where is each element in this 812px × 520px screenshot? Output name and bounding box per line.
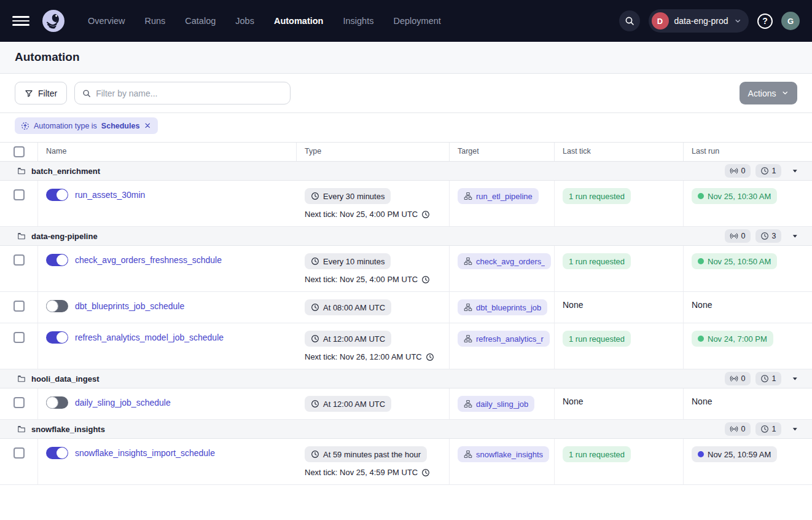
workspace-name: data-eng-prod — [674, 16, 728, 26]
active-filters-row: Automation type is Schedules — [0, 113, 812, 143]
schedule-name-link[interactable]: run_assets_30min — [75, 189, 145, 201]
next-tick-text: Next tick: Nov 25, 4:00 PM UTC — [305, 275, 441, 284]
row-checkbox[interactable] — [14, 447, 25, 459]
nav-item-overview[interactable]: Overview — [80, 0, 133, 42]
group-row[interactable]: snowflake_insights 0 1 — [0, 420, 812, 439]
sensor-icon — [730, 167, 738, 175]
row-checkbox[interactable] — [14, 301, 25, 312]
nav-item-jobs[interactable]: Jobs — [227, 0, 262, 42]
nav-item-automation[interactable]: Automation — [266, 0, 332, 42]
schedule-cadence-pill: At 12:00 AM UTC — [305, 396, 391, 412]
group-name: snowflake_insights — [31, 425, 105, 434]
schedule-name-link[interactable]: check_avg_orders_freshness_schdule — [75, 254, 222, 266]
row-checkbox[interactable] — [14, 332, 25, 343]
target-job-pill[interactable]: check_avg_orders_ — [458, 253, 551, 269]
column-header-last-run: Last run — [684, 143, 812, 161]
last-run-pill[interactable]: Nov 25, 10:30 AM — [692, 188, 777, 204]
last-run-pill[interactable]: Nov 25, 10:50 AM — [692, 253, 777, 269]
table-row: snowflake_insights_import_schedule At 59… — [0, 439, 812, 485]
row-checkbox[interactable] — [14, 397, 25, 408]
schedule-count-badge: 1 — [755, 164, 781, 178]
clock-icon — [421, 468, 430, 477]
actions-button[interactable]: Actions — [740, 82, 797, 104]
collapse-group-button[interactable] — [791, 425, 799, 433]
dagster-logo-icon[interactable] — [42, 9, 65, 33]
search-button[interactable] — [619, 10, 640, 31]
row-checkbox[interactable] — [14, 254, 25, 266]
schedule-count-badge: 1 — [755, 422, 781, 436]
last-tick-pill[interactable]: 1 run requested — [563, 446, 631, 462]
workspace-switcher[interactable]: D data-eng-prod — [649, 9, 749, 33]
nav-item-runs[interactable]: Runs — [136, 0, 173, 42]
schedule-toggle[interactable] — [46, 254, 68, 266]
last-tick-pill[interactable]: 1 run requested — [563, 253, 631, 269]
top-navigation-bar: Overview Runs Catalog Jobs Automation In… — [0, 0, 812, 42]
row-checkbox[interactable] — [14, 189, 25, 200]
filter-button-label: Filter — [38, 89, 57, 98]
schedule-toggle[interactable] — [46, 331, 68, 344]
nav-item-catalog[interactable]: Catalog — [177, 0, 224, 42]
help-button[interactable]: ? — [757, 14, 773, 29]
sensor-count-badge: 0 — [725, 422, 751, 436]
run-started-dot — [698, 451, 704, 457]
sensor-count-badge: 0 — [725, 372, 751, 385]
group-row[interactable]: data-eng-pipeline 0 3 — [0, 227, 812, 246]
clock-icon — [760, 232, 769, 240]
select-all-checkbox[interactable] — [14, 146, 25, 157]
folder-icon — [17, 374, 26, 383]
chevron-down-icon — [734, 17, 742, 25]
next-tick-text: Next tick: Nov 25, 4:59 PM UTC — [305, 468, 441, 477]
column-header-type: Type — [297, 143, 450, 161]
job-graph-icon — [464, 257, 472, 266]
target-job-pill[interactable]: refresh_analytics_r — [458, 331, 550, 347]
collapse-group-button[interactable] — [791, 232, 799, 240]
automation-type-filter-chip[interactable]: Automation type is Schedules — [15, 117, 158, 134]
target-job-pill[interactable]: daily_sling_job — [458, 396, 534, 412]
schedule-count-badge: 1 — [755, 372, 781, 385]
schedule-cadence-pill: At 12:00 AM UTC — [305, 331, 391, 347]
column-header-target: Target — [450, 143, 555, 161]
page-title: Automation — [15, 50, 797, 64]
hamburger-menu-icon[interactable] — [12, 14, 29, 28]
schedule-toggle[interactable] — [46, 300, 68, 312]
last-run-pill[interactable]: Nov 25, 10:59 AM — [692, 446, 777, 462]
schedule-name-link[interactable]: dbt_blueprints_job_schedule — [75, 300, 184, 312]
group-name: batch_enrichment — [31, 167, 100, 176]
target-job-pill[interactable]: dbt_blueprints_job — [458, 299, 547, 315]
filter-chip-label: Automation type is — [34, 122, 97, 130]
last-tick-pill[interactable]: 1 run requested — [563, 331, 631, 347]
collapse-group-button[interactable] — [791, 167, 799, 175]
folder-icon — [17, 167, 26, 175]
schedule-toggle[interactable] — [46, 396, 68, 409]
page-header: Automation — [0, 42, 812, 74]
last-run-pill[interactable]: Nov 24, 7:00 PM — [692, 331, 773, 347]
target-job-pill[interactable]: run_etl_pipeline — [458, 188, 539, 204]
last-tick-pill[interactable]: 1 run requested — [563, 188, 631, 204]
run-success-dot — [698, 336, 704, 342]
clock-icon — [311, 400, 319, 408]
schedule-cadence-pill: Every 10 minutes — [305, 253, 391, 269]
schedule-name-link[interactable]: daily_sling_job_schedule — [75, 396, 171, 409]
column-header-last-tick: Last tick — [555, 143, 684, 161]
clock-icon — [311, 303, 319, 312]
nav-item-deployment[interactable]: Deployment — [385, 0, 448, 42]
group-row[interactable]: hooli_data_ingest 0 1 — [0, 369, 812, 388]
filter-chip-value: Schedules — [101, 122, 140, 130]
name-filter-input[interactable] — [96, 89, 283, 98]
schedule-toggle[interactable] — [46, 189, 68, 201]
last-run-none: None — [692, 395, 712, 406]
user-avatar[interactable]: G — [781, 12, 800, 30]
nav-item-insights[interactable]: Insights — [335, 0, 381, 42]
collapse-group-button[interactable] — [791, 375, 799, 383]
schedule-name-link[interactable]: refresh_analytics_model_job_schedule — [75, 331, 224, 344]
schedule-cadence-pill: At 59 minutes past the hour — [305, 446, 427, 462]
target-job-pill[interactable]: snowflake_insights — [458, 446, 549, 462]
group-name: data-eng-pipeline — [31, 232, 98, 241]
clock-icon — [311, 334, 319, 343]
schedule-name-link[interactable]: snowflake_insights_import_schedule — [75, 447, 215, 459]
group-row[interactable]: batch_enrichment 0 1 — [0, 162, 812, 181]
filter-button[interactable]: Filter — [15, 82, 67, 104]
clock-icon — [311, 450, 319, 459]
close-icon[interactable] — [144, 122, 152, 130]
schedule-toggle[interactable] — [46, 447, 68, 459]
